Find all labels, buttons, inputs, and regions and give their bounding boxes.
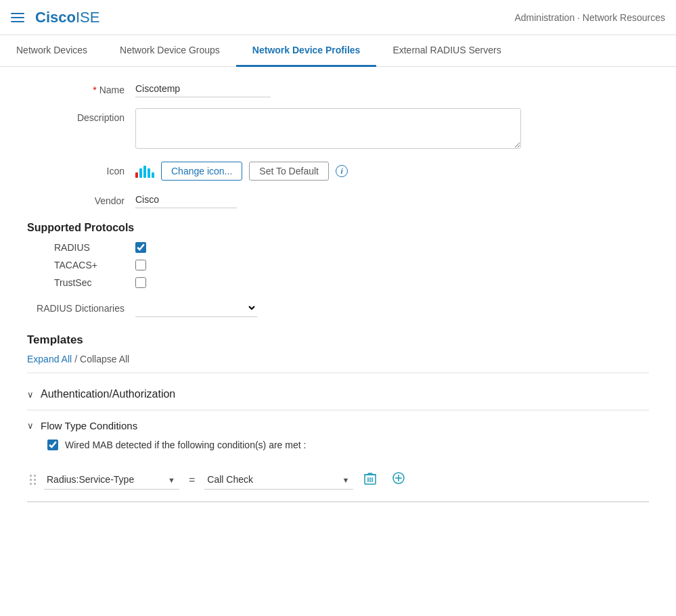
icon-controls: Change icon... Set To Default i [135, 162, 649, 181]
drag-dot [34, 483, 36, 485]
flow-condition-text: Wired MAB detected if the following cond… [65, 440, 306, 450]
tab-network-devices[interactable]: Network Devices [0, 35, 104, 67]
value-select[interactable]: Call Check [204, 470, 353, 490]
main-content: * Name Description Icon Chan [0, 67, 676, 516]
add-condition-button[interactable] [387, 469, 410, 490]
change-icon-button[interactable]: Change icon... [161, 162, 242, 181]
condition-inputs-row: Radius:Service-Type ▼ = Call Check ▼ [27, 461, 649, 502]
templates-title: Templates [27, 333, 649, 347]
app-logo: Cisco ISE [35, 9, 99, 26]
vendor-value: Cisco [135, 191, 649, 208]
logo-ise: ISE [76, 9, 99, 26]
flow-condition-row: Wired MAB detected if the following cond… [47, 440, 649, 450]
app-header: Cisco ISE Administration · Network Resou… [0, 0, 676, 35]
drag-dot-row-1 [30, 475, 36, 477]
description-textarea[interactable] [135, 108, 521, 149]
attribute-select-wrapper: Radius:Service-Type ▼ [44, 470, 179, 490]
dictionaries-row: RADIUS Dictionaries [27, 299, 649, 317]
trustsec-checkbox[interactable] [135, 277, 146, 288]
value-select-wrapper: Call Check ▼ [204, 470, 353, 490]
dictionaries-select-wrapper [135, 299, 257, 317]
drag-dot [34, 479, 36, 481]
divider-1 [27, 373, 649, 373]
tab-bar: Network Devices Network Device Groups Ne… [0, 35, 676, 67]
radius-label: RADIUS [54, 242, 135, 253]
tacacs-protocol-row: TACACS+ [54, 260, 649, 270]
name-value [135, 80, 649, 97]
cisco-logo-icon [135, 164, 154, 178]
tab-external-radius-servers[interactable]: External RADIUS Servers [376, 35, 517, 67]
separator: / [74, 354, 77, 364]
vendor-label: Vendor [27, 191, 135, 206]
supported-protocols-title: Supported Protocols [27, 222, 649, 234]
expand-collapse-controls: Expand All / Collapse All [27, 354, 649, 364]
set-to-default-button[interactable]: Set To Default [249, 162, 329, 181]
attribute-select[interactable]: Radius:Service-Type [44, 470, 179, 490]
drag-handle[interactable] [27, 472, 39, 488]
tab-network-device-groups[interactable]: Network Device Groups [104, 35, 236, 67]
expand-all-link[interactable]: Expand All [27, 354, 72, 364]
auth-accordion-header[interactable]: ∨ Authentication/Authorization [27, 379, 649, 410]
drag-dot-row-2 [30, 479, 36, 481]
description-label: Description [27, 108, 135, 123]
bar2 [139, 168, 142, 178]
required-star: * [93, 85, 96, 95]
drag-dot [30, 479, 32, 481]
flow-conditions-title: Flow Type Conditions [41, 420, 137, 431]
trash-icon [364, 472, 376, 485]
vendor-row: Vendor Cisco [27, 191, 649, 208]
drag-dot [30, 475, 32, 477]
cisco-bars [135, 164, 154, 178]
icon-label: Icon [27, 162, 135, 176]
drag-dot [30, 483, 32, 485]
radius-protocol-row: RADIUS [54, 242, 649, 253]
dictionaries-label: RADIUS Dictionaries [27, 303, 135, 314]
info-icon[interactable]: i [336, 165, 348, 177]
flow-conditions-section: ∨ Flow Type Conditions Wired MAB detecte… [27, 410, 649, 502]
trustsec-label: TrustSec [54, 277, 135, 288]
bar4 [148, 168, 150, 178]
radius-checkbox[interactable] [135, 242, 146, 253]
hamburger-menu[interactable] [11, 13, 24, 22]
drag-dot [34, 475, 36, 477]
name-row: * Name [27, 80, 649, 97]
delete-condition-button[interactable] [359, 469, 382, 490]
tacacs-checkbox[interactable] [135, 260, 146, 270]
bar3 [143, 166, 146, 178]
icon-row: Icon Change icon... Set To Default i [27, 162, 649, 181]
tacacs-label: TACACS+ [54, 260, 135, 270]
bar5 [152, 172, 154, 178]
auth-accordion-title: Authentication/Authorization [41, 388, 175, 400]
bar1 [135, 172, 138, 178]
flow-chevron-icon: ∨ [27, 421, 34, 431]
breadcrumb: Administration · Network Resources [514, 12, 665, 23]
flow-condition-checkbox[interactable] [47, 440, 58, 450]
trustsec-protocol-row: TrustSec [54, 277, 649, 288]
drag-dot-row-3 [30, 483, 36, 485]
flow-conditions-header[interactable]: ∨ Flow Type Conditions [27, 420, 649, 431]
dictionaries-select[interactable] [135, 299, 257, 317]
auth-accordion-item: ∨ Authentication/Authorization [27, 379, 649, 410]
vendor-text: Cisco [135, 191, 237, 208]
auth-chevron-icon: ∨ [27, 389, 34, 400]
tab-network-device-profiles[interactable]: Network Device Profiles [236, 35, 377, 67]
description-row: Description [27, 108, 649, 151]
plus-icon [392, 472, 405, 484]
templates-section: Templates Expand All / Collapse All ∨ Au… [27, 333, 649, 502]
name-label: * Name [27, 80, 135, 95]
equals-sign: = [185, 474, 199, 486]
name-input[interactable] [135, 80, 271, 97]
logo-cisco: Cisco [35, 9, 76, 26]
description-value [135, 108, 649, 151]
collapse-all-link[interactable]: Collapse All [80, 354, 129, 364]
